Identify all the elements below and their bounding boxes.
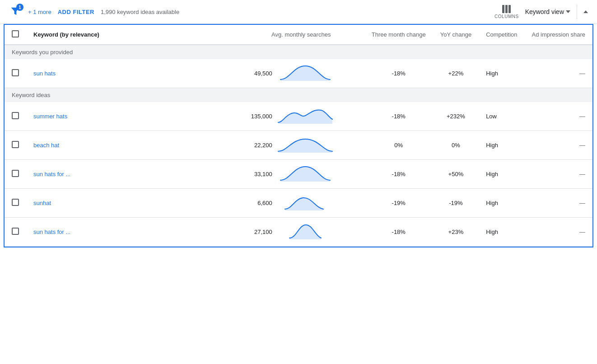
row-searches: 135,000 xyxy=(238,102,364,131)
row-competition: High xyxy=(479,131,524,160)
row-searches: 27,100 xyxy=(238,218,364,247)
row-ad-impression: — xyxy=(525,59,593,88)
columns-label: COLUMNS xyxy=(494,14,519,19)
keyword-table-container: Keyword (by relevance) Avg. monthly sear… xyxy=(4,24,593,247)
row-ad-impression: — xyxy=(525,189,593,218)
columns-button[interactable]: COLUMNS xyxy=(494,5,519,19)
header-checkbox-cell xyxy=(5,25,26,45)
row-yoy: +23% xyxy=(433,218,479,247)
row-checkbox[interactable] xyxy=(12,170,19,177)
chevron-down-icon xyxy=(566,10,570,13)
table-row: sun hats 49,500 -18% +22% High — xyxy=(5,59,592,88)
table-row: sunhat 6,600 -19% -19% High — xyxy=(5,189,592,218)
row-searches: 49,500 xyxy=(238,59,364,88)
row-sparkline xyxy=(276,135,335,155)
row-keyword[interactable]: beach hat xyxy=(26,131,238,160)
row-checkbox-cell xyxy=(5,131,26,160)
row-searches: 6,600 xyxy=(238,189,364,218)
row-keyword[interactable]: sun hats for ... xyxy=(26,218,238,247)
keyword-view-label: Keyword view xyxy=(525,8,564,15)
row-yoy: +22% xyxy=(433,59,479,88)
row-searches-number: 135,000 xyxy=(245,113,272,120)
row-checkbox[interactable] xyxy=(12,69,19,76)
filter-badge: 1 xyxy=(16,4,23,11)
row-searches-number: 6,600 xyxy=(245,200,272,206)
toolbar-divider xyxy=(577,5,577,19)
row-checkbox-cell xyxy=(5,218,26,247)
row-searches: 22,200 xyxy=(238,131,364,160)
row-keyword[interactable]: sun hats for ... xyxy=(26,160,238,189)
row-competition: High xyxy=(479,59,524,88)
row-yoy: +232% xyxy=(433,102,479,131)
row-checkbox[interactable] xyxy=(12,112,19,119)
section-ideas: Keyword ideas xyxy=(5,88,592,103)
header-yoy: YoY change xyxy=(433,25,479,45)
header-three-month: Three month change xyxy=(364,25,433,45)
available-count: 1,990 keyword ideas available xyxy=(101,9,179,15)
header-competition-label: Competition xyxy=(486,31,517,38)
row-checkbox-cell xyxy=(5,160,26,189)
keyword-view-button[interactable]: Keyword view xyxy=(525,8,570,15)
header-competition: Competition xyxy=(479,25,524,45)
row-three-month: -18% xyxy=(364,59,433,88)
row-searches-number: 33,100 xyxy=(245,171,272,177)
header-keyword: Keyword (by relevance) xyxy=(26,25,238,45)
row-searches-number: 22,200 xyxy=(245,142,272,149)
table-row: sun hats for ... 27,100 -18% +23% High — xyxy=(5,218,592,247)
row-ad-impression: — xyxy=(525,131,593,160)
row-checkbox-cell xyxy=(5,102,26,131)
filter-icon-wrapper[interactable]: 1 xyxy=(9,5,22,18)
header-three-month-label: Three month change xyxy=(372,31,426,38)
header-avg-monthly: Avg. monthly searches xyxy=(238,25,364,45)
row-checkbox[interactable] xyxy=(12,199,19,206)
chevron-up-icon[interactable] xyxy=(583,10,588,13)
header-keyword-label: Keyword (by relevance) xyxy=(33,31,99,38)
row-ad-impression: — xyxy=(525,160,593,189)
row-yoy: -19% xyxy=(433,189,479,218)
row-competition: High xyxy=(479,189,524,218)
more-link[interactable]: + 1 more xyxy=(28,9,51,15)
row-yoy: 0% xyxy=(433,131,479,160)
row-keyword[interactable]: sun hats xyxy=(26,59,238,88)
row-sparkline xyxy=(276,164,335,184)
row-sparkline xyxy=(276,64,335,83)
keyword-table: Keyword (by relevance) Avg. monthly sear… xyxy=(5,25,592,247)
columns-icon xyxy=(502,5,511,13)
add-filter-button[interactable]: ADD FILTER xyxy=(58,9,94,15)
row-searches-number: 27,100 xyxy=(245,229,272,235)
row-keyword[interactable]: sunhat xyxy=(26,189,238,218)
row-competition: Low xyxy=(479,102,524,131)
row-sparkline xyxy=(276,222,335,242)
table-row: summer hats 135,000 -18% +232% Low — xyxy=(5,102,592,131)
row-checkbox-cell xyxy=(5,189,26,218)
row-yoy: +50% xyxy=(433,160,479,189)
header-ad-impression-label: Ad impression share xyxy=(532,31,586,38)
row-searches-number: 49,500 xyxy=(245,70,272,77)
header-yoy-label: YoY change xyxy=(440,31,471,38)
row-sparkline xyxy=(276,193,335,213)
section-provided-label: Keywords you provided xyxy=(5,45,592,59)
row-three-month: -18% xyxy=(364,160,433,189)
row-three-month: -18% xyxy=(364,102,433,131)
row-three-month: 0% xyxy=(364,131,433,160)
row-three-month: -18% xyxy=(364,218,433,247)
row-checkbox[interactable] xyxy=(12,228,19,235)
row-ad-impression: — xyxy=(525,102,593,131)
table-row: sun hats for ... 33,100 -18% +50% High — xyxy=(5,160,592,189)
row-sparkline xyxy=(276,107,335,126)
table-row: beach hat 22,200 0% 0% High — xyxy=(5,131,592,160)
row-searches: 33,100 xyxy=(238,160,364,189)
row-three-month: -19% xyxy=(364,189,433,218)
section-ideas-label: Keyword ideas xyxy=(5,88,592,103)
header-ad-impression: Ad impression share xyxy=(525,25,593,45)
toolbar: 1 + 1 more ADD FILTER 1,990 keyword idea… xyxy=(0,0,597,24)
row-checkbox-cell xyxy=(5,59,26,88)
row-checkbox[interactable] xyxy=(12,141,19,148)
row-ad-impression: — xyxy=(525,218,593,247)
row-keyword[interactable]: summer hats xyxy=(26,102,238,131)
row-competition: High xyxy=(479,160,524,189)
row-competition: High xyxy=(479,218,524,247)
header-avg-monthly-label: Avg. monthly searches xyxy=(271,31,331,38)
section-provided: Keywords you provided xyxy=(5,45,592,59)
select-all-checkbox[interactable] xyxy=(12,30,19,37)
